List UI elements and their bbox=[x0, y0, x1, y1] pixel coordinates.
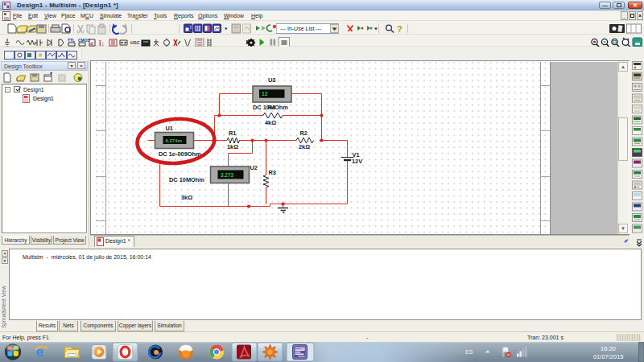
svg-text:R3: R3 bbox=[269, 169, 276, 176]
svg-text:12: 12 bbox=[262, 91, 268, 97]
svg-text:3.273: 3.273 bbox=[221, 172, 233, 178]
svg-text:?: ? bbox=[397, 24, 402, 34]
svg-text:R2: R2 bbox=[300, 130, 308, 137]
svg-text:U3: U3 bbox=[268, 76, 275, 84]
svg-text:HSC: HSC bbox=[130, 40, 140, 45]
svg-text:ES: ES bbox=[465, 349, 473, 355]
svg-text:3kΩ: 3kΩ bbox=[181, 194, 192, 201]
svg-text:A·C: A·C bbox=[634, 185, 640, 189]
svg-text:--- In-Use List ---: --- In-Use List --- bbox=[280, 26, 322, 31]
svg-text:DC 10MOhm: DC 10MOhm bbox=[169, 176, 204, 183]
svg-text:TTL: TTL bbox=[68, 38, 75, 43]
svg-text:DC 1e-009Ohm: DC 1e-009Ohm bbox=[159, 150, 201, 158]
svg-text:CMOS: CMOS bbox=[78, 38, 91, 43]
svg-text:4kΩ: 4kΩ bbox=[265, 119, 276, 126]
svg-text:12V: 12V bbox=[352, 158, 362, 165]
svg-text:d: d bbox=[90, 41, 93, 46]
svg-text:6.274m: 6.274m bbox=[166, 138, 182, 143]
svg-text:R4: R4 bbox=[268, 104, 276, 111]
svg-text:01/07/2015: 01/07/2015 bbox=[593, 353, 624, 360]
svg-text:U2: U2 bbox=[250, 164, 258, 171]
svg-text:R1: R1 bbox=[229, 130, 236, 137]
svg-text:U1: U1 bbox=[166, 125, 173, 132]
svg-text:16:20: 16:20 bbox=[601, 345, 616, 352]
svg-text:1kΩ: 1kΩ bbox=[227, 143, 238, 150]
svg-text:2kΩ: 2kΩ bbox=[299, 143, 310, 150]
